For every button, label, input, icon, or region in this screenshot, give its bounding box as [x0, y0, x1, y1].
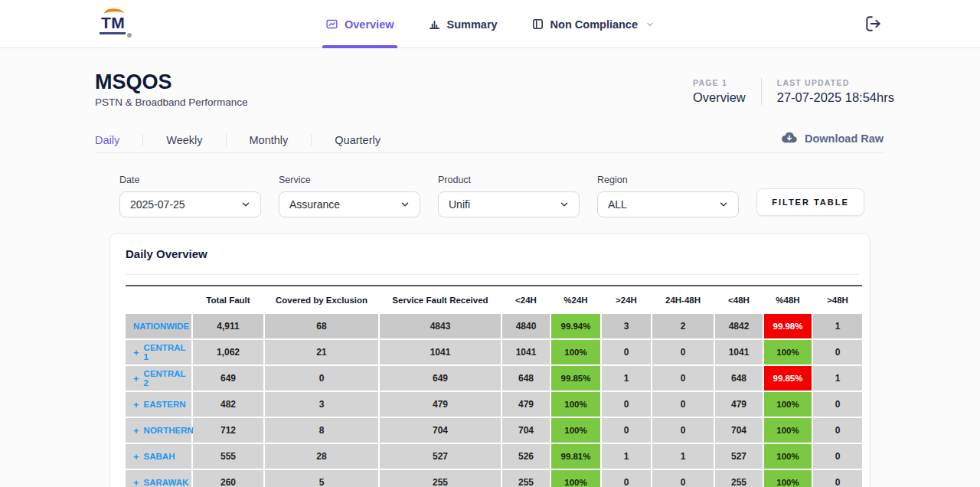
nav-item-non-compliance[interactable]: Non Compliance — [531, 0, 655, 48]
nav-label: Overview — [345, 18, 394, 31]
top-navbar: TM Overview Summary — [0, 0, 980, 48]
table-row: +SABAH5552852752699.81%11527100%0 — [126, 444, 862, 469]
table-cell: 100% — [551, 392, 600, 417]
row-label-sabah[interactable]: +SABAH — [126, 444, 191, 469]
column-header: Total Fault — [193, 296, 263, 305]
region-select-value: ALL — [608, 198, 627, 211]
page-subtitle: PSTN & Broadband Performance — [95, 96, 248, 108]
table-cell: 1 — [602, 444, 651, 469]
table-cell: 68 — [265, 314, 378, 338]
daily-overview-card: Daily Overview Total FaultCovered by Exc… — [109, 233, 871, 487]
table-cell: 649 — [193, 366, 263, 391]
product-select-value: Unifi — [449, 198, 470, 211]
table-cell: 100% — [764, 444, 812, 469]
table-cell: 2 — [652, 314, 714, 338]
row-label-nationwide[interactable]: NATIONWIDE — [126, 314, 191, 338]
row-label-central-1[interactable]: +CENTRAL 1 — [126, 340, 191, 364]
tab-weekly[interactable]: Weekly — [142, 134, 225, 146]
download-raw-label: Download Raw — [805, 132, 884, 145]
chevron-down-icon — [645, 20, 655, 29]
table-cell: 100% — [764, 470, 812, 487]
table-cell: 3 — [602, 314, 651, 338]
page-indicator-label: PAGE 1 — [693, 78, 746, 87]
column-header: %48H — [764, 296, 812, 305]
table-cell: 0 — [652, 366, 714, 391]
table-cell: 1,062 — [193, 340, 263, 364]
logout-icon[interactable] — [864, 14, 884, 34]
table-cell: 4840 — [502, 314, 550, 338]
table-cell: 0 — [602, 392, 651, 417]
table-cell: 712 — [193, 418, 263, 443]
table-cell: 1041 — [502, 340, 550, 364]
table-cell: 5 — [265, 470, 378, 487]
last-updated-value: 27-07-2025 18:54hrs — [777, 90, 894, 105]
table-cell: 1 — [813, 366, 862, 391]
filter-table-button[interactable]: FILTER TABLE — [756, 188, 864, 216]
chart-window-icon — [325, 18, 338, 31]
table-cell: 482 — [193, 392, 263, 417]
column-header: <24H — [502, 296, 550, 305]
table-cell: 704 — [502, 418, 550, 443]
table-cell: 1 — [813, 314, 862, 338]
table-cell: 0 — [652, 470, 714, 487]
header-meta: PAGE 1 Overview LAST UPDATED 27-07-2025 … — [693, 78, 894, 105]
expand-icon: + — [133, 425, 139, 436]
tab-monthly[interactable]: Monthly — [226, 134, 312, 146]
column-header: <48H — [715, 296, 763, 305]
tab-quarterly[interactable]: Quarterly — [311, 134, 403, 146]
table-cell: 99.85% — [551, 366, 600, 391]
table-cell: 0 — [602, 418, 651, 443]
date-select[interactable]: 2025-07-25 — [119, 191, 261, 217]
row-label-text: SABAH — [144, 452, 175, 461]
table-cell: 704 — [715, 418, 763, 443]
table-cell: 649 — [380, 366, 501, 391]
tab-daily[interactable]: Daily — [95, 134, 142, 146]
filter-product-label: Product — [438, 175, 580, 185]
filter-service-label: Service — [279, 175, 420, 185]
meta-divider — [761, 78, 762, 105]
expand-icon: + — [133, 477, 139, 487]
chevron-down-icon — [400, 199, 410, 210]
card-title: Daily Overview — [126, 247, 858, 260]
table-cell: 0 — [602, 340, 651, 364]
row-label-text: NORTHERN — [144, 426, 194, 435]
row-label-text: NATIONWIDE — [133, 322, 189, 331]
product-select[interactable]: Unifi — [438, 191, 580, 217]
nav-label: Summary — [447, 18, 498, 31]
table-cell: 0 — [813, 340, 862, 364]
table-cell: 99.94% — [551, 314, 600, 338]
table-cell: 255 — [502, 470, 550, 487]
download-raw-button[interactable]: Download Raw — [781, 130, 884, 146]
expand-icon: + — [133, 347, 139, 358]
column-header: 24H-48H — [652, 296, 714, 305]
table-cell: 555 — [193, 444, 263, 469]
row-label-eastern[interactable]: +EASTERN — [126, 392, 191, 417]
row-label-sarawak[interactable]: +SARAWAK — [126, 470, 191, 487]
table-cell: 4,911 — [193, 314, 263, 338]
region-select[interactable]: ALL — [597, 191, 739, 217]
table-cell: 255 — [380, 470, 501, 487]
filter-date: Date 2025-07-25 — [119, 175, 261, 217]
chevron-down-icon — [240, 199, 251, 210]
table-row: NATIONWIDE4,911684843484099.94%32484299.… — [126, 314, 862, 338]
table-cell: 99.81% — [551, 444, 600, 469]
table-cell: 0 — [652, 418, 714, 443]
column-header: Covered by Exclusion — [265, 296, 378, 305]
last-updated-label: LAST UPDATED — [777, 78, 894, 87]
table-header-row: Total FaultCovered by ExclusionService F… — [126, 285, 862, 314]
row-label-central-2[interactable]: +CENTRAL 2 — [126, 366, 191, 391]
nav-item-overview[interactable]: Overview — [325, 0, 394, 48]
table-cell: 100% — [551, 470, 600, 487]
row-label-text: CENTRAL 1 — [144, 343, 191, 361]
row-label-northern[interactable]: +NORTHERN — [126, 418, 191, 443]
table-cell: 0 — [813, 444, 862, 469]
table-cell: 1041 — [715, 340, 763, 364]
table-cell: 1 — [602, 366, 651, 391]
nav-item-summary[interactable]: Summary — [428, 0, 498, 48]
page-title: MSQOS — [95, 70, 172, 94]
table-row: +SARAWAK2605255255100%00255100%0 — [126, 470, 862, 487]
service-select[interactable]: Assurance — [279, 191, 420, 217]
table-cell: 4843 — [380, 314, 501, 338]
table-cell: 0 — [265, 366, 378, 391]
tabs-divider — [95, 152, 885, 153]
